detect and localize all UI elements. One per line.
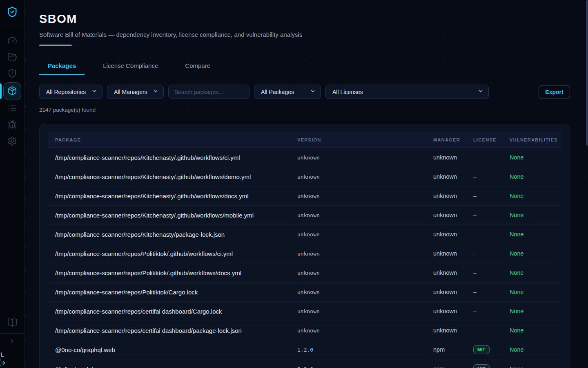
- vulnerability-status: None: [510, 173, 524, 180]
- package-version: unknown: [297, 289, 433, 295]
- package-manager: unknown: [433, 308, 473, 314]
- vertical-scrollbar-thumb[interactable]: [586, 0, 588, 146]
- sidebar-item-inventory[interactable]: [4, 101, 20, 117]
- license-badge: MIT: [473, 345, 490, 354]
- package-path: /tmp/compliance-scanner/repos/Politiktok…: [55, 289, 297, 296]
- table-row: /tmp/compliance-scanner/repos/Politiktok…: [48, 263, 561, 283]
- package-manager: unknown: [433, 154, 473, 161]
- sidebar-item-settings[interactable]: [4, 133, 20, 150]
- table-row: /tmp/compliance-scanner/repos/certifai d…: [48, 302, 561, 321]
- package-version: unknown: [297, 155, 433, 161]
- logout-icon[interactable]: [0, 359, 6, 368]
- package-vulnerabilities: None: [510, 173, 554, 180]
- package-manager: unknown: [433, 327, 473, 334]
- tab-packages[interactable]: Packages: [39, 62, 85, 75]
- app-root: L SBOM Software Bill of Materials — depe…: [0, 0, 588, 368]
- package-version: unknown: [297, 174, 433, 180]
- package-license: –: [473, 308, 510, 314]
- vulnerability-status: None: [510, 250, 524, 257]
- package-version: unknown: [297, 212, 433, 218]
- bug-icon: [7, 120, 17, 131]
- package-path: /tmp/compliance-scanner/repos/certifai d…: [55, 308, 297, 315]
- repository-filter-select[interactable]: All Repositories: [39, 85, 102, 99]
- package-version: unknown: [297, 308, 433, 314]
- search-input[interactable]: [168, 85, 249, 99]
- package-version: unknown: [297, 251, 433, 257]
- license-filter-select[interactable]: All Licenses: [325, 85, 489, 99]
- package-manager: unknown: [433, 269, 473, 276]
- vulnerability-status: None: [510, 327, 524, 334]
- column-header-license: LICENSE: [473, 137, 510, 142]
- package-manager: unknown: [433, 289, 473, 295]
- list-icon: [7, 103, 17, 114]
- chevron-down-icon: [306, 88, 316, 95]
- table-row: /tmp/compliance-scanner/repos/Politiktok…: [48, 244, 561, 263]
- package-path: /tmp/compliance-scanner/repos/Politiktok…: [55, 269, 297, 276]
- package-vulnerabilities: None: [510, 366, 554, 368]
- package-vulnerabilities: None: [510, 346, 554, 353]
- table-row: /tmp/compliance-scanner/repos/Kitchenast…: [48, 167, 561, 186]
- package-filter-value: All Packages: [261, 89, 294, 95]
- package-manager: unknown: [433, 231, 473, 238]
- package-path: /tmp/compliance-scanner/repos/certifai d…: [55, 327, 297, 334]
- tab-license-compliance[interactable]: License Compliance: [94, 62, 167, 75]
- tab-bar: Packages License Compliance Compare: [39, 62, 570, 75]
- table-row: @alloc/quick-lru 5.2.0 npm MIT None: [48, 359, 561, 368]
- manager-filter-value: All Managers: [114, 89, 147, 95]
- sidebar-nav: [0, 33, 24, 150]
- package-vulnerabilities: None: [510, 269, 554, 276]
- package-manager: unknown: [433, 193, 473, 199]
- sidebar-divider: [0, 333, 24, 334]
- tab-compare[interactable]: Compare: [176, 62, 219, 75]
- package-version: unknown: [297, 231, 433, 238]
- vulnerability-status: None: [510, 193, 524, 199]
- package-vulnerabilities: None: [510, 308, 554, 314]
- package-manager: npm: [433, 366, 473, 368]
- package-path: /tmp/compliance-scanner/repos/Kitchenast…: [55, 212, 297, 219]
- docs-button[interactable]: [4, 315, 20, 331]
- package-vulnerabilities: None: [510, 231, 554, 238]
- table-row: /tmp/compliance-scanner/repos/Kitchenast…: [48, 206, 561, 225]
- sidebar-collapse-button[interactable]: [4, 336, 20, 347]
- license-filter-value: All Licenses: [332, 89, 363, 95]
- chevron-right-icon: [9, 337, 16, 346]
- package-license: –: [473, 250, 510, 257]
- sidebar-item-sbom[interactable]: [3, 82, 21, 100]
- sidebar: [0, 0, 24, 368]
- table-row: /tmp/compliance-scanner/repos/Politiktok…: [48, 283, 561, 302]
- package-license: –: [473, 193, 510, 199]
- title-rule: [39, 44, 570, 45]
- package-license: –: [473, 173, 510, 180]
- manager-filter-select[interactable]: All Managers: [107, 85, 164, 99]
- gauge-icon: [7, 36, 17, 47]
- package-filter-select[interactable]: All Packages: [254, 85, 321, 99]
- sidebar-item-repositories[interactable]: [4, 49, 20, 65]
- package-license: –: [473, 289, 510, 295]
- sidebar-item-vulnerabilities[interactable]: [4, 117, 20, 133]
- column-header-package: PACKAGE: [55, 137, 297, 142]
- package-version: unknown: [297, 270, 433, 276]
- main-content: SBOM Software Bill of Materials — depend…: [24, 0, 588, 368]
- active-nav-indicator: [0, 83, 2, 99]
- sidebar-item-policies[interactable]: [4, 65, 20, 82]
- vulnerability-status: None: [510, 269, 524, 276]
- package-icon: [7, 86, 17, 97]
- table-body: /tmp/compliance-scanner/repos/Kitchenast…: [40, 148, 570, 368]
- shield-check-icon: [7, 6, 18, 19]
- package-license: MIT: [473, 345, 510, 354]
- sidebar-item-dashboard[interactable]: [4, 33, 20, 49]
- shield-alert-icon: [7, 68, 17, 79]
- table-row: /tmp/compliance-scanner/repos/certifai d…: [48, 321, 561, 340]
- package-manager: unknown: [433, 212, 473, 218]
- app-logo[interactable]: [0, 0, 24, 25]
- vulnerability-status: None: [510, 289, 524, 295]
- package-path: /tmp/compliance-scanner/repos/Kitchenast…: [55, 173, 297, 180]
- package-license: MIT: [473, 364, 510, 368]
- table-row: /tmp/compliance-scanner/repos/Kitchenast…: [48, 186, 561, 206]
- package-license: –: [473, 154, 510, 161]
- gear-icon: [7, 136, 17, 147]
- export-button[interactable]: Export: [539, 85, 570, 99]
- page-title: SBOM: [39, 12, 570, 26]
- column-header-version: VERSION: [297, 137, 433, 142]
- packages-table-card: PACKAGE VERSION MANAGER LICENSE VULNERAB…: [39, 124, 570, 368]
